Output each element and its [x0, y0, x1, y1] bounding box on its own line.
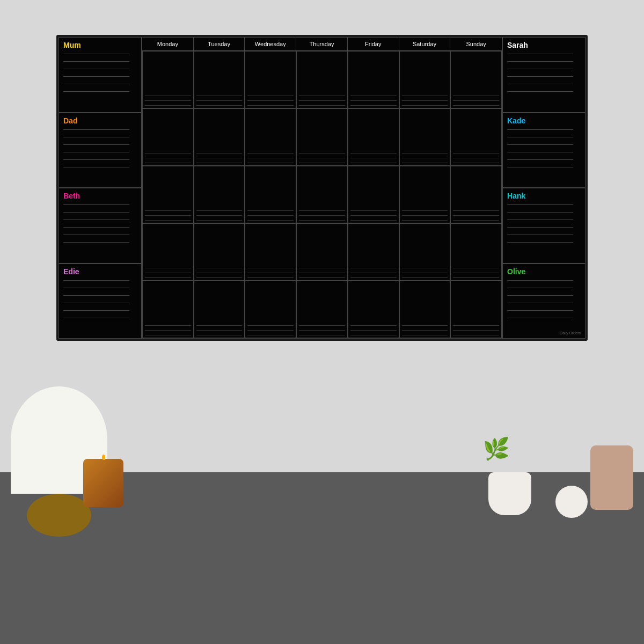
header-sunday: Sunday — [450, 38, 502, 50]
mum-line-3 — [63, 69, 129, 69]
cal-cell-r4-c7 — [450, 223, 502, 281]
cal-cell-r2-c3 — [245, 108, 296, 166]
cal-cell-r1-c5 — [348, 51, 399, 108]
hank-line-3 — [507, 219, 573, 220]
cal-cell-r2-c2 — [194, 108, 245, 166]
panel-sarah: Sarah — [502, 37, 586, 113]
mum-line-1 — [63, 54, 129, 54]
kade-line-6 — [507, 167, 573, 167]
cal-cell-r1-c3 — [245, 51, 296, 108]
name-beth: Beth — [63, 192, 137, 200]
sarah-line-4 — [507, 76, 573, 77]
kade-line-4 — [507, 152, 573, 152]
panel-kade: Kade — [502, 113, 586, 188]
cal-cell-r3-c4 — [296, 166, 348, 223]
mum-line-4 — [63, 76, 129, 77]
small-vase-body — [555, 486, 588, 518]
beth-line-6 — [63, 242, 129, 243]
cal-cell-r1-c6 — [399, 51, 451, 108]
mum-line-2 — [63, 61, 129, 62]
plant-leaves: 🌿 — [483, 436, 510, 462]
cal-cell-r4-c3 — [245, 223, 296, 281]
candle — [83, 459, 123, 507]
dad-line-5 — [63, 159, 129, 160]
dad-line-2 — [63, 137, 129, 137]
cal-cell-r2-c7 — [450, 108, 502, 166]
plant-vase: 🌿 — [483, 451, 537, 515]
sarah-lines — [507, 52, 581, 94]
olive-lines — [507, 278, 581, 320]
name-olive: Olive — [507, 267, 581, 276]
hank-line-6 — [507, 242, 573, 243]
hank-line-5 — [507, 235, 573, 235]
dad-line-4 — [63, 152, 129, 152]
cal-cell-r2-c5 — [348, 108, 399, 166]
cal-cell-r1-c4 — [296, 51, 348, 108]
cal-cell-r3-c7 — [450, 166, 502, 223]
beth-line-2 — [63, 212, 129, 213]
header-thursday: Thursday — [296, 38, 348, 50]
kade-line-5 — [507, 159, 573, 160]
hank-line-4 — [507, 227, 573, 228]
name-kade: Kade — [507, 116, 581, 125]
olive-line-4 — [507, 303, 573, 303]
dad-line-6 — [63, 167, 129, 167]
olive-line-2 — [507, 288, 573, 288]
sarah-line-6 — [507, 91, 573, 92]
olive-line-1 — [507, 280, 573, 281]
cal-cell-r5-c6 — [399, 281, 451, 338]
header-monday: Monday — [142, 38, 194, 50]
mum-line-5 — [63, 84, 129, 84]
sarah-line-5 — [507, 84, 573, 84]
mum-line-6 — [63, 91, 129, 92]
edie-line-5 — [63, 310, 129, 311]
edie-lines — [63, 278, 137, 320]
cal-cell-r2-c6 — [399, 108, 451, 166]
edie-line-1 — [63, 280, 129, 281]
sarah-line-3 — [507, 69, 573, 69]
lamp-base — [27, 494, 91, 537]
hank-line-2 — [507, 212, 573, 213]
edie-line-6 — [63, 318, 129, 318]
panel-dad: Dad — [58, 113, 142, 188]
family-calendar-board: Mum Sarah Dad — [56, 35, 588, 341]
kade-line-3 — [507, 144, 573, 145]
cal-cell-r4-c4 — [296, 223, 348, 281]
edie-line-2 — [63, 288, 129, 288]
cal-cell-r2-c1 — [142, 108, 194, 166]
edie-line-4 — [63, 303, 129, 303]
vase-body — [488, 472, 531, 515]
cal-cell-r4-c5 — [348, 223, 399, 281]
name-hank: Hank — [507, 192, 581, 200]
beth-line-4 — [63, 227, 129, 228]
cal-cell-r3-c6 — [399, 166, 451, 223]
calendar-grid — [142, 51, 502, 338]
cal-cell-r5-c5 — [348, 281, 399, 338]
small-vase — [553, 475, 590, 518]
name-mum: Mum — [63, 41, 137, 49]
cal-cell-r5-c1 — [142, 281, 194, 338]
cal-cell-r3-c5 — [348, 166, 399, 223]
olive-line-6 — [507, 318, 573, 318]
cal-cell-r5-c7 — [450, 281, 502, 338]
dad-lines — [63, 127, 137, 170]
sarah-line-1 — [507, 54, 573, 54]
panel-hank: Hank — [502, 188, 586, 264]
name-sarah: Sarah — [507, 41, 581, 49]
kade-line-1 — [507, 129, 573, 130]
cal-cell-r4-c2 — [194, 223, 245, 281]
header-friday: Friday — [348, 38, 399, 50]
header-wednesday: Wednesday — [245, 38, 296, 50]
dad-line-1 — [63, 129, 129, 130]
name-edie: Edie — [63, 267, 137, 276]
brand-text: Daily Orders — [560, 331, 581, 335]
sarah-line-2 — [507, 61, 573, 62]
name-dad: Dad — [63, 116, 137, 125]
header-tuesday: Tuesday — [194, 38, 245, 50]
cushion — [590, 445, 633, 510]
panel-mum: Mum — [58, 37, 142, 113]
header-saturday: Saturday — [399, 38, 451, 50]
calendar-header: Monday Tuesday Wednesday Thursday Friday… — [142, 38, 502, 51]
panel-edie: Edie — [58, 264, 142, 339]
dad-line-3 — [63, 144, 129, 145]
